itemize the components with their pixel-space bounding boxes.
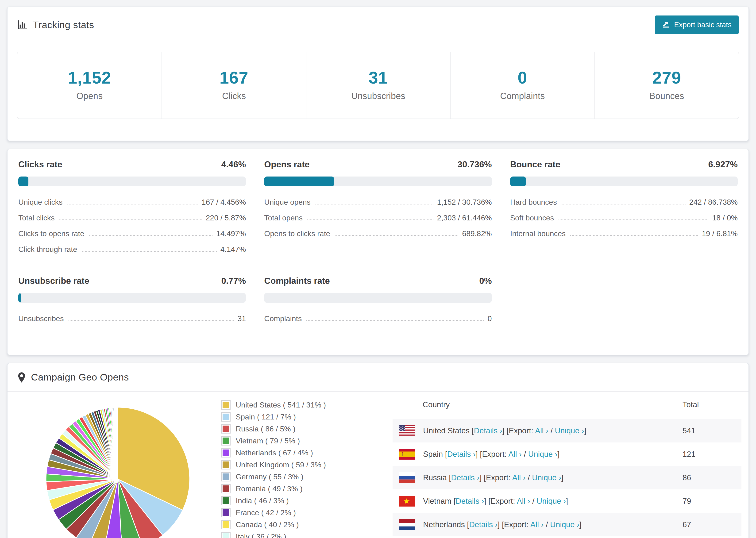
details-link[interactable]: Details › bbox=[451, 473, 479, 482]
rate-value: 0.77% bbox=[221, 276, 246, 286]
legend-item-vietnam[interactable]: Vietnam ( 79 / 5% ) bbox=[221, 436, 393, 446]
bracket: ] [Export: bbox=[502, 426, 535, 435]
geo-country-table: CountryTotal United States [Details ›] [… bbox=[393, 392, 741, 538]
geo-country-cell: Russia [Details ›] [Export: All › / Uniq… bbox=[423, 473, 682, 482]
progress-bar-track bbox=[18, 293, 246, 303]
rate-row-label: Hard bounces bbox=[510, 198, 557, 207]
geo-total-cell: 541 bbox=[682, 426, 735, 435]
details-link[interactable]: Details › bbox=[469, 520, 498, 529]
details-link[interactable]: Details › bbox=[447, 450, 476, 458]
details-link[interactable]: Details › bbox=[474, 426, 502, 435]
export-unique-link[interactable]: Unique › bbox=[555, 426, 584, 435]
rate-row-label: Unique clicks bbox=[18, 198, 63, 207]
legend-label: Germany ( 55 / 3% ) bbox=[236, 472, 303, 481]
export-all-link[interactable]: All › bbox=[530, 520, 544, 529]
export-basic-stats-button[interactable]: Export basic stats bbox=[655, 16, 739, 34]
legend-item-romania[interactable]: Romania ( 49 / 3% ) bbox=[221, 484, 393, 493]
geo-table-row-united-states: United States [Details ›] [Export: All ›… bbox=[393, 419, 741, 443]
rate-row-label: Opens to clicks rate bbox=[264, 229, 330, 238]
bracket: ] bbox=[561, 473, 564, 482]
legend-swatch bbox=[221, 436, 231, 446]
rate-title: Opens rate bbox=[264, 160, 309, 170]
rate-row-value: 18 / 0% bbox=[712, 214, 738, 222]
es-flag-icon bbox=[399, 449, 415, 459]
legend-swatch bbox=[221, 484, 231, 493]
legend-item-united-kingdom[interactable]: United Kingdom ( 59 / 3% ) bbox=[221, 460, 393, 469]
geo-pie-chart bbox=[15, 392, 221, 538]
stats-summary-strip: 1,152Opens167Clicks31Unsubscribes0Compla… bbox=[17, 52, 739, 119]
export-unique-link[interactable]: Unique › bbox=[550, 520, 579, 529]
rate-row-value: 2,303 / 61.446% bbox=[437, 214, 492, 222]
page: Tracking stats Export basic stats 1,152O… bbox=[0, 0, 756, 538]
rate-row: Hard bounces242 / 86.738% bbox=[510, 194, 738, 210]
geo-total-cell: 86 bbox=[682, 473, 735, 482]
rate-row: Unique opens1,152 / 30.736% bbox=[264, 194, 492, 210]
geo-country-cell: United States [Details ›] [Export: All ›… bbox=[423, 426, 682, 435]
rate-row: Opens to clicks rate689.82% bbox=[264, 226, 492, 242]
vn-flag-icon bbox=[399, 496, 415, 507]
dotted-leader bbox=[59, 219, 202, 220]
rate-head: Clicks rate4.46% bbox=[18, 160, 246, 170]
rate-head: Opens rate30.736% bbox=[264, 160, 492, 170]
export-unique-link[interactable]: Unique › bbox=[528, 450, 558, 458]
bracket: ] bbox=[579, 520, 581, 529]
rate-title: Clicks rate bbox=[18, 160, 62, 170]
rate-value: 30.736% bbox=[458, 160, 492, 170]
dotted-leader bbox=[307, 219, 433, 220]
bracket: [ bbox=[454, 497, 456, 506]
export-all-link[interactable]: All › bbox=[512, 473, 526, 482]
page-title: Tracking stats bbox=[33, 20, 94, 30]
rate-rows: Unique clicks167 / 4.456%Total clicks220… bbox=[18, 194, 246, 257]
dotted-leader bbox=[82, 251, 217, 252]
details-link[interactable]: Details › bbox=[456, 497, 484, 506]
rate-row-label: Total opens bbox=[264, 214, 303, 222]
legend-item-italy[interactable]: Italy ( 36 / 2% ) bbox=[221, 532, 393, 538]
legend-swatch bbox=[221, 424, 231, 434]
legend-label: Romania ( 49 / 3% ) bbox=[236, 484, 303, 493]
export-all-link[interactable]: All › bbox=[508, 450, 522, 458]
stat-complaints: 0Complaints bbox=[450, 52, 594, 119]
legend-swatch bbox=[221, 400, 231, 409]
rate-row-value: 0 bbox=[488, 314, 492, 323]
country-name: Netherlands bbox=[423, 520, 467, 529]
geo-table-row-spain: Spain [Details ›] [Export: All › / Uniqu… bbox=[393, 443, 741, 466]
slash: / bbox=[544, 520, 550, 529]
geo-table-header-country: Country bbox=[399, 400, 682, 409]
rate-row: Total clicks220 / 5.87% bbox=[18, 210, 246, 226]
legend-swatch bbox=[221, 520, 231, 529]
export-unique-link[interactable]: Unique › bbox=[532, 473, 561, 482]
export-all-link[interactable]: All › bbox=[535, 426, 549, 435]
stat-label: Opens bbox=[20, 91, 159, 101]
export-all-link[interactable]: All › bbox=[517, 497, 530, 506]
rate-row-label: Clicks to opens rate bbox=[18, 229, 84, 238]
rate-rows: Hard bounces242 / 86.738%Soft bounces18 … bbox=[510, 194, 738, 242]
rate-row-label: Complaints bbox=[264, 314, 302, 323]
legend-item-spain[interactable]: Spain ( 121 / 7% ) bbox=[221, 412, 393, 422]
legend-item-germany[interactable]: Germany ( 55 / 3% ) bbox=[221, 472, 393, 481]
legend-item-canada[interactable]: Canada ( 40 / 2% ) bbox=[221, 520, 393, 529]
legend-item-france[interactable]: France ( 42 / 2% ) bbox=[221, 508, 393, 517]
dotted-leader bbox=[67, 204, 198, 204]
legend-item-netherlands[interactable]: Netherlands ( 67 / 4% ) bbox=[221, 448, 393, 457]
legend-swatch bbox=[221, 460, 231, 469]
slash: / bbox=[530, 497, 537, 506]
rate-row: Internal bounces19 / 6.81% bbox=[510, 226, 738, 242]
rate-title: Complaints rate bbox=[264, 276, 330, 286]
rate-head: Complaints rate0% bbox=[264, 276, 492, 286]
rate-row: Complaints0 bbox=[264, 311, 492, 327]
dotted-leader bbox=[562, 204, 685, 204]
country-name: Spain bbox=[423, 450, 445, 458]
rate-row-value: 19 / 6.81% bbox=[702, 229, 738, 238]
export-unique-link[interactable]: Unique › bbox=[537, 497, 566, 506]
stat-unsubscribes: 31Unsubscribes bbox=[306, 52, 450, 119]
slash: / bbox=[549, 426, 555, 435]
rate-rows: Complaints0 bbox=[264, 311, 492, 327]
dotted-leader bbox=[89, 235, 212, 236]
legend-item-united-states[interactable]: United States ( 541 / 31% ) bbox=[221, 400, 393, 409]
rate-value: 6.927% bbox=[708, 160, 738, 170]
rate-row: Click through rate4.147% bbox=[18, 242, 246, 257]
rate-block-bounce: Bounce rate6.927%Hard bounces242 / 86.73… bbox=[510, 160, 738, 242]
legend-item-india[interactable]: India ( 46 / 3% ) bbox=[221, 496, 393, 506]
legend-item-russia[interactable]: Russia ( 86 / 5% ) bbox=[221, 424, 393, 434]
dotted-leader bbox=[570, 235, 698, 236]
